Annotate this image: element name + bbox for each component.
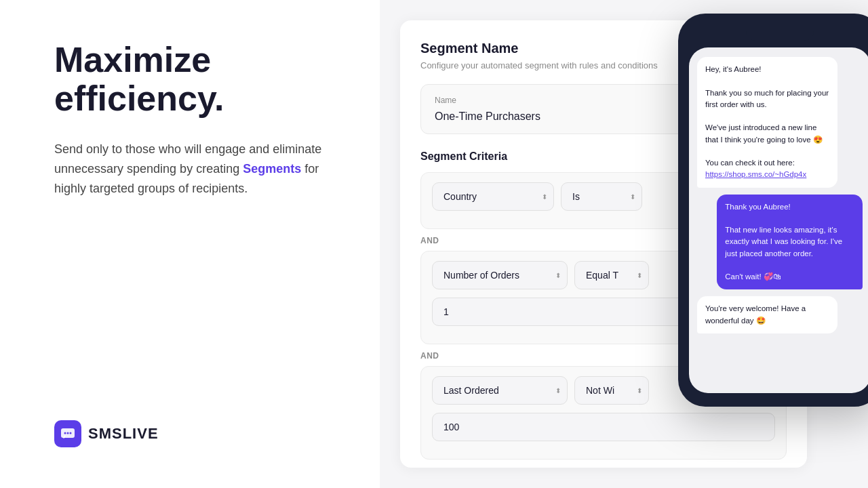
name-label: Name — [435, 96, 687, 105]
orders-operator-select[interactable]: Equal T — [574, 261, 649, 289]
sub-text: Send only to those who will engage and e… — [54, 140, 339, 198]
left-content: Maximize efficiency. Send only to those … — [54, 41, 339, 199]
chat-message-1: Hey, it's Aubree! Thank you so much for … — [697, 57, 837, 188]
country-field-select[interactable]: Country — [432, 182, 554, 211]
chat-message-3: You're very welcome! Have a wonderful da… — [697, 296, 837, 333]
phone-notch — [746, 27, 814, 41]
logo-text: SMSLIVE — [88, 425, 159, 443]
last-ordered-operator-wrapper: Not Wi ⬍ — [574, 376, 649, 405]
last-ordered-value-input[interactable] — [432, 413, 775, 441]
svg-point-3 — [70, 432, 72, 434]
logo-area: SMSLIVE — [54, 420, 339, 447]
svg-point-1 — [64, 432, 66, 434]
main-heading: Maximize efficiency. — [54, 41, 339, 118]
segments-link[interactable]: Segments — [243, 162, 301, 176]
country-operator-wrapper: Is ⬍ — [561, 182, 642, 211]
last-ordered-field-wrapper: Last Ordered ⬍ — [432, 376, 568, 405]
phone-screen: Hey, it's Aubree! Thank you so much for … — [689, 47, 868, 393]
svg-point-2 — [67, 432, 69, 434]
orders-operator-wrapper: Equal T ⬍ — [574, 261, 649, 289]
last-ordered-operator-select[interactable]: Not Wi — [574, 376, 649, 405]
right-panel: Segment Name Configure your automated se… — [380, 0, 868, 488]
name-input-wrapper: Name — [420, 84, 701, 134]
chat-link: https://shop.sms.co/~hGdp4x — [705, 170, 806, 178]
country-operator-select[interactable]: Is — [561, 182, 642, 211]
last-ordered-field-select[interactable]: Last Ordered — [432, 376, 568, 405]
name-input[interactable] — [435, 110, 687, 123]
phone-mockup: Hey, it's Aubree! Thank you so much for … — [678, 14, 868, 407]
orders-field-select[interactable]: Number of Orders — [432, 261, 568, 289]
smslive-logo-icon — [54, 420, 81, 447]
right-panel-inner: Segment Name Configure your automated se… — [400, 20, 848, 468]
country-field-wrapper: Country ⬍ — [432, 182, 554, 211]
orders-field-wrapper: Number of Orders ⬍ — [432, 261, 568, 289]
chat-message-2: Thank you Aubree! That new line looks am… — [717, 195, 863, 290]
left-panel: Maximize efficiency. Send only to those … — [0, 0, 380, 488]
